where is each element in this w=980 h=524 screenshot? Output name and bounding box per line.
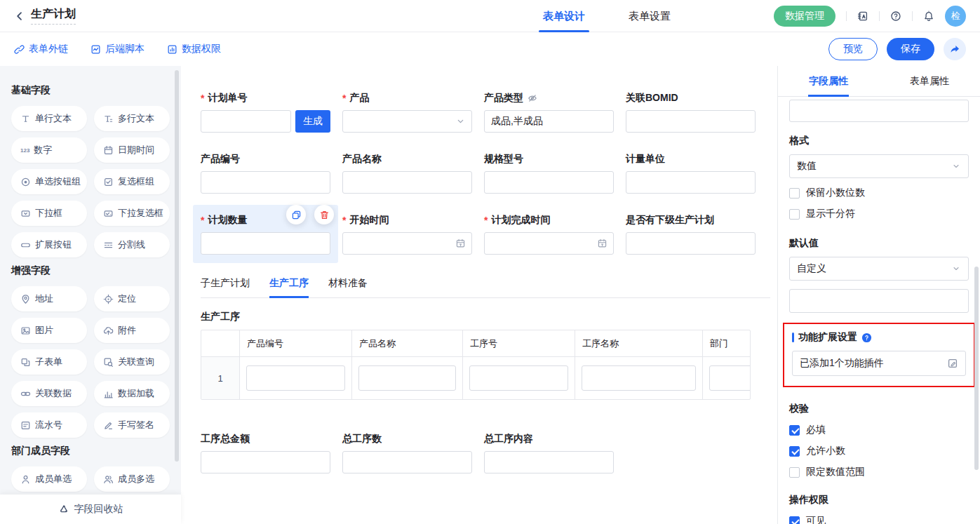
field-recycle-bin[interactable]: 字段回收站 <box>0 495 181 524</box>
field-input[interactable] <box>626 232 756 255</box>
table-cell-input[interactable] <box>358 365 456 391</box>
preview-button[interactable]: 预览 <box>828 38 878 60</box>
table-cell-input[interactable] <box>469 365 568 391</box>
delete-field-button[interactable] <box>314 205 334 224</box>
table-cell-input[interactable] <box>246 365 345 391</box>
canvas-field[interactable]: *计划完成时间 <box>476 205 622 263</box>
panel-tab-0[interactable]: 字段属性 <box>778 66 879 96</box>
toolbar-link[interactable]: 后端脚本 <box>90 43 145 55</box>
header-tab-0[interactable]: 表单设计 <box>539 0 589 32</box>
back-icon[interactable] <box>14 11 25 22</box>
canvas-field[interactable]: *产品 <box>335 83 480 141</box>
field-property-input[interactable] <box>789 100 969 122</box>
field-input[interactable] <box>342 232 472 255</box>
permission-checkbox[interactable] <box>789 516 800 524</box>
field-input[interactable] <box>342 110 472 133</box>
toolbar-link[interactable]: 表单外链 <box>14 43 68 55</box>
format-checkbox[interactable] <box>789 209 800 220</box>
canvas-field[interactable]: 产品类型成品,半成品 <box>476 83 622 141</box>
subform-tab-1[interactable]: 生产工序 <box>269 277 309 297</box>
field-input[interactable] <box>342 171 472 194</box>
field-input[interactable] <box>201 451 330 473</box>
panel-scrollbar[interactable] <box>974 267 979 470</box>
panel-tab-1[interactable]: 表单属性 <box>879 66 980 96</box>
field-input[interactable] <box>484 171 614 194</box>
table-cell-input[interactable] <box>709 365 751 391</box>
canvas-field[interactable]: *计划数量 <box>193 205 338 263</box>
format-option[interactable]: 保留小数位数 <box>789 187 969 199</box>
toolbar-link[interactable]: 数据权限 <box>167 43 221 55</box>
field-input[interactable]: 成品,半成品 <box>484 110 614 133</box>
canvas-field[interactable]: 总工序数 <box>335 424 480 482</box>
permission-option[interactable]: 可见 <box>789 515 969 524</box>
sidebar-item[interactable]: 成员单选 <box>11 466 87 492</box>
subform-tab-0[interactable]: 子生产计划 <box>201 277 250 297</box>
subform-tab-2[interactable]: 材料准备 <box>328 277 368 297</box>
field-input[interactable] <box>626 110 756 133</box>
save-button[interactable]: 保存 <box>887 38 934 60</box>
subform-table[interactable]: 产品编号产品名称工序号工序名称部门 1 <box>201 330 751 400</box>
validation-option[interactable]: 限定数值范围 <box>789 466 969 478</box>
validation-checkbox[interactable] <box>789 467 800 478</box>
extension-plugin-field[interactable]: 已添加1个功能插件 <box>792 351 966 376</box>
canvas-field[interactable]: 关联BOMID <box>618 83 763 141</box>
validation-option[interactable]: 允许小数 <box>789 445 969 457</box>
field-input[interactable] <box>201 110 291 133</box>
sidebar-scrollbar[interactable] <box>175 70 179 462</box>
canvas-field[interactable]: *计划单号生成 <box>193 83 338 141</box>
sidebar-item[interactable]: 附件 <box>94 318 170 343</box>
sidebar-item[interactable]: 分割线 <box>94 232 170 257</box>
canvas-field[interactable]: 计量单位 <box>618 144 763 202</box>
copy-field-button[interactable] <box>286 205 306 224</box>
sidebar-item[interactable]: 扩展按钮 <box>11 232 87 257</box>
table-cell-input[interactable] <box>582 365 696 391</box>
format-select[interactable]: 数值 <box>789 154 969 178</box>
sidebar-item[interactable]: 复选框组 <box>94 169 170 194</box>
validation-option[interactable]: 必填 <box>789 424 969 436</box>
sidebar-item[interactable]: 单选按钮组 <box>11 169 87 194</box>
sidebar-item[interactable]: 手写签名 <box>94 412 170 438</box>
field-input[interactable] <box>342 451 472 473</box>
avatar[interactable]: 检 <box>945 6 966 27</box>
help-filled-icon[interactable] <box>861 332 872 343</box>
changelog-icon[interactable] <box>857 11 868 22</box>
canvas-field[interactable]: 是否有下级生产计划 <box>618 205 763 263</box>
default-value-select[interactable]: 自定义 <box>789 257 969 281</box>
sidebar-item[interactable]: 123数字 <box>11 137 87 163</box>
page-title[interactable]: 生产计划 <box>31 7 76 25</box>
canvas-field[interactable]: 产品编号 <box>193 144 338 202</box>
bell-icon[interactable] <box>923 11 934 22</box>
header-tab-1[interactable]: 表单设置 <box>624 0 675 32</box>
field-input[interactable] <box>484 451 614 473</box>
sidebar-item[interactable]: 下拉复选框 <box>94 201 170 226</box>
format-checkbox[interactable] <box>789 188 800 199</box>
sidebar-item[interactable]: 成员多选 <box>94 466 170 492</box>
canvas-field[interactable]: 产品名称 <box>335 144 480 202</box>
sidebar-item[interactable]: 关联数据 <box>11 381 87 406</box>
validation-checkbox[interactable] <box>789 425 800 436</box>
share-button[interactable] <box>944 38 966 60</box>
canvas-field[interactable]: 工序总金额 <box>193 424 338 482</box>
generate-button[interactable]: 生成 <box>295 110 330 133</box>
sidebar-item[interactable]: 多行文本 <box>94 106 170 131</box>
sidebar-item[interactable]: 日期时间 <box>94 137 170 163</box>
sidebar-item[interactable]: 地址 <box>11 286 87 311</box>
field-input[interactable] <box>626 171 756 194</box>
sidebar-item[interactable]: 数据加载 <box>94 381 170 406</box>
data-manage-button[interactable]: 数据管理 <box>774 6 835 27</box>
field-input[interactable] <box>201 232 330 255</box>
sidebar-item[interactable]: 下拉框 <box>11 201 87 226</box>
field-input[interactable] <box>484 232 614 255</box>
sidebar-item[interactable]: 流水号 <box>11 412 87 438</box>
sidebar-item[interactable]: 关联查询 <box>94 349 170 375</box>
canvas-field[interactable]: 总工序内容 <box>476 424 622 482</box>
field-input[interactable] <box>201 171 330 194</box>
sidebar-item[interactable]: 单行文本 <box>11 106 87 131</box>
canvas-field[interactable]: *开始时间 <box>335 205 480 263</box>
canvas-field[interactable]: 规格型号 <box>476 144 622 202</box>
edit-icon[interactable] <box>947 358 958 369</box>
sidebar-item[interactable]: 子表单 <box>11 349 87 375</box>
validation-checkbox[interactable] <box>789 446 800 457</box>
format-option[interactable]: 显示千分符 <box>789 208 969 220</box>
sidebar-item[interactable]: 图片 <box>11 318 87 343</box>
